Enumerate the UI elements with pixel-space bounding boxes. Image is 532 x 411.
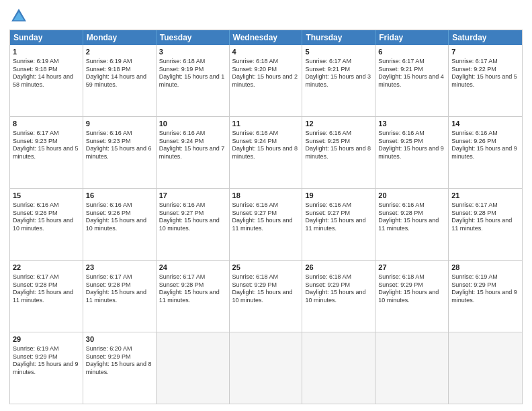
calendar: SundayMondayTuesdayWednesdayThursdayFrid… [9, 30, 523, 404]
cell-sun-info: Sunrise: 6:18 AM Sunset: 9:20 PM Dayligh… [232, 58, 300, 89]
cell-sun-info: Sunrise: 6:16 AM Sunset: 9:23 PM Dayligh… [86, 130, 153, 161]
cell-sun-info: Sunrise: 6:17 AM Sunset: 9:28 PM Dayligh… [86, 273, 153, 305]
day-number: 5 [305, 47, 372, 57]
calendar-row-2: 8Sunrise: 6:17 AM Sunset: 9:23 PM Daylig… [10, 116, 522, 188]
calendar-body: 1Sunrise: 6:19 AM Sunset: 9:18 PM Daylig… [10, 45, 522, 404]
day-cell-1: 1Sunrise: 6:19 AM Sunset: 9:18 PM Daylig… [10, 45, 83, 116]
day-number: 9 [86, 119, 153, 129]
day-number: 23 [86, 263, 153, 273]
calendar-header: SundayMondayTuesdayWednesdayThursdayFrid… [10, 30, 522, 45]
cell-sun-info: Sunrise: 6:17 AM Sunset: 9:28 PM Dayligh… [451, 201, 519, 233]
cell-sun-info: Sunrise: 6:19 AM Sunset: 9:29 PM Dayligh… [13, 345, 80, 377]
day-cell-2: 2Sunrise: 6:19 AM Sunset: 9:18 PM Daylig… [83, 45, 157, 116]
day-cell-27: 27Sunrise: 6:18 AM Sunset: 9:29 PM Dayli… [375, 261, 449, 332]
cell-sun-info: Sunrise: 6:18 AM Sunset: 9:29 PM Dayligh… [305, 273, 372, 305]
day-cell-6: 6Sunrise: 6:17 AM Sunset: 9:21 PM Daylig… [375, 45, 449, 116]
day-header-saturday: Saturday [449, 30, 522, 45]
day-number: 1 [13, 47, 80, 57]
day-number: 13 [378, 119, 445, 129]
cell-sun-info: Sunrise: 6:19 AM Sunset: 9:18 PM Dayligh… [86, 58, 153, 89]
cell-sun-info: Sunrise: 6:16 AM Sunset: 9:26 PM Dayligh… [13, 201, 80, 233]
day-header-sunday: Sunday [10, 30, 83, 45]
cell-sun-info: Sunrise: 6:18 AM Sunset: 9:19 PM Dayligh… [159, 58, 226, 89]
cell-sun-info: Sunrise: 6:16 AM Sunset: 9:27 PM Dayligh… [305, 201, 372, 233]
cell-sun-info: Sunrise: 6:16 AM Sunset: 9:28 PM Dayligh… [378, 201, 445, 233]
day-number: 22 [13, 263, 80, 273]
day-cell-5: 5Sunrise: 6:17 AM Sunset: 9:21 PM Daylig… [302, 45, 375, 116]
cell-sun-info: Sunrise: 6:16 AM Sunset: 9:26 PM Dayligh… [86, 201, 153, 233]
calendar-row-4: 22Sunrise: 6:17 AM Sunset: 9:28 PM Dayli… [10, 260, 522, 332]
day-header-tuesday: Tuesday [157, 30, 230, 45]
day-cell-29: 29Sunrise: 6:19 AM Sunset: 9:29 PM Dayli… [10, 332, 83, 404]
logo-icon [9, 7, 28, 26]
day-cell-3: 3Sunrise: 6:18 AM Sunset: 9:19 PM Daylig… [157, 45, 230, 116]
day-cell-19: 19Sunrise: 6:16 AM Sunset: 9:27 PM Dayli… [302, 189, 375, 260]
day-header-thursday: Thursday [302, 30, 375, 45]
day-number: 18 [232, 191, 300, 201]
cell-sun-info: Sunrise: 6:16 AM Sunset: 9:25 PM Dayligh… [378, 130, 445, 161]
day-number: 28 [451, 263, 519, 273]
day-number: 8 [13, 119, 80, 129]
day-number: 14 [451, 119, 519, 129]
day-number: 10 [159, 119, 226, 129]
cell-sun-info: Sunrise: 6:16 AM Sunset: 9:27 PM Dayligh… [159, 201, 226, 233]
cell-sun-info: Sunrise: 6:17 AM Sunset: 9:23 PM Dayligh… [13, 130, 80, 161]
day-cell-26: 26Sunrise: 6:18 AM Sunset: 9:29 PM Dayli… [302, 261, 375, 332]
day-cell-24: 24Sunrise: 6:17 AM Sunset: 9:28 PM Dayli… [157, 261, 230, 332]
cell-sun-info: Sunrise: 6:17 AM Sunset: 9:22 PM Dayligh… [451, 58, 519, 89]
day-cell-28: 28Sunrise: 6:19 AM Sunset: 9:29 PM Dayli… [449, 261, 522, 332]
day-cell-30: 30Sunrise: 6:20 AM Sunset: 9:29 PM Dayli… [83, 332, 157, 404]
day-cell-21: 21Sunrise: 6:17 AM Sunset: 9:28 PM Dayli… [449, 189, 522, 260]
day-cell-22: 22Sunrise: 6:17 AM Sunset: 9:28 PM Dayli… [10, 261, 83, 332]
cell-sun-info: Sunrise: 6:16 AM Sunset: 9:24 PM Dayligh… [159, 130, 226, 161]
day-cell-18: 18Sunrise: 6:16 AM Sunset: 9:27 PM Dayli… [230, 189, 303, 260]
cell-sun-info: Sunrise: 6:17 AM Sunset: 9:28 PM Dayligh… [159, 273, 226, 305]
day-number: 19 [305, 191, 372, 201]
day-number: 27 [378, 263, 445, 273]
calendar-row-3: 15Sunrise: 6:16 AM Sunset: 9:26 PM Dayli… [10, 188, 522, 260]
logo [9, 7, 31, 26]
day-number: 11 [232, 119, 300, 129]
day-cell-23: 23Sunrise: 6:17 AM Sunset: 9:28 PM Dayli… [83, 261, 157, 332]
day-cell-15: 15Sunrise: 6:16 AM Sunset: 9:26 PM Dayli… [10, 189, 83, 260]
day-number: 3 [159, 47, 226, 57]
cell-sun-info: Sunrise: 6:16 AM Sunset: 9:24 PM Dayligh… [232, 130, 300, 161]
cell-sun-info: Sunrise: 6:16 AM Sunset: 9:25 PM Dayligh… [305, 130, 372, 161]
day-cell-17: 17Sunrise: 6:16 AM Sunset: 9:27 PM Dayli… [157, 189, 230, 260]
day-number: 20 [378, 191, 445, 201]
day-cell-13: 13Sunrise: 6:16 AM Sunset: 9:25 PM Dayli… [375, 117, 449, 188]
cell-sun-info: Sunrise: 6:19 AM Sunset: 9:18 PM Dayligh… [13, 58, 80, 89]
day-number: 12 [305, 119, 372, 129]
day-cell-4: 4Sunrise: 6:18 AM Sunset: 9:20 PM Daylig… [230, 45, 303, 116]
day-cell-25: 25Sunrise: 6:18 AM Sunset: 9:29 PM Dayli… [230, 261, 303, 332]
day-number: 7 [451, 47, 519, 57]
day-cell-empty-4-2 [157, 332, 230, 404]
cell-sun-info: Sunrise: 6:19 AM Sunset: 9:29 PM Dayligh… [451, 273, 519, 305]
day-cell-16: 16Sunrise: 6:16 AM Sunset: 9:26 PM Dayli… [83, 189, 157, 260]
day-cell-12: 12Sunrise: 6:16 AM Sunset: 9:25 PM Dayli… [302, 117, 375, 188]
day-number: 25 [232, 263, 300, 273]
page: SundayMondayTuesdayWednesdayThursdayFrid… [0, 0, 532, 411]
header [9, 7, 523, 26]
day-number: 4 [232, 47, 300, 57]
day-number: 2 [86, 47, 153, 57]
cell-sun-info: Sunrise: 6:17 AM Sunset: 9:21 PM Dayligh… [378, 58, 445, 89]
day-header-wednesday: Wednesday [230, 30, 303, 45]
day-cell-11: 11Sunrise: 6:16 AM Sunset: 9:24 PM Dayli… [230, 117, 303, 188]
day-number: 16 [86, 191, 153, 201]
day-number: 6 [378, 47, 445, 57]
day-number: 26 [305, 263, 372, 273]
calendar-row-1: 1Sunrise: 6:19 AM Sunset: 9:18 PM Daylig… [10, 45, 522, 116]
calendar-row-5: 29Sunrise: 6:19 AM Sunset: 9:29 PM Dayli… [10, 332, 522, 404]
cell-sun-info: Sunrise: 6:17 AM Sunset: 9:28 PM Dayligh… [13, 273, 80, 305]
day-cell-10: 10Sunrise: 6:16 AM Sunset: 9:24 PM Dayli… [157, 117, 230, 188]
day-cell-20: 20Sunrise: 6:16 AM Sunset: 9:28 PM Dayli… [375, 189, 449, 260]
day-number: 30 [86, 334, 153, 345]
day-cell-14: 14Sunrise: 6:16 AM Sunset: 9:26 PM Dayli… [449, 117, 522, 188]
day-number: 15 [13, 191, 80, 201]
day-number: 21 [451, 191, 519, 201]
day-cell-9: 9Sunrise: 6:16 AM Sunset: 9:23 PM Daylig… [83, 117, 157, 188]
cell-sun-info: Sunrise: 6:20 AM Sunset: 9:29 PM Dayligh… [86, 345, 153, 377]
cell-sun-info: Sunrise: 6:18 AM Sunset: 9:29 PM Dayligh… [232, 273, 300, 305]
cell-sun-info: Sunrise: 6:16 AM Sunset: 9:27 PM Dayligh… [232, 201, 300, 233]
